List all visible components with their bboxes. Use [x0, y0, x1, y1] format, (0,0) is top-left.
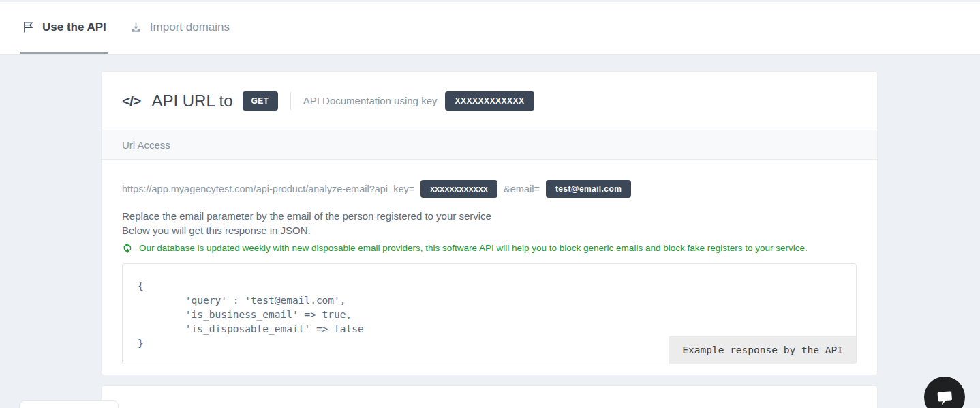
get-method-badge: GET [243, 91, 278, 111]
chat-bubble-icon [934, 386, 955, 408]
url-access-label: Url Access [122, 139, 170, 151]
api-card-content: https://app.myagencytest.com/api-product… [102, 160, 877, 375]
tab-label: Use the API [42, 20, 106, 34]
instruction-line: Replace the email parameter by the email… [122, 209, 857, 223]
refresh-icon [122, 242, 133, 253]
example-response-caption: Example response by the API [669, 336, 856, 364]
api-key-badge: XXXXXXXXXXXX [445, 91, 534, 111]
api-url-base: https://app.myagencytest.com/api-product… [122, 184, 414, 194]
import-icon [129, 20, 142, 33]
email-value-badge: test@email.com [546, 180, 631, 198]
database-notice: Our database is updated weekly with new … [122, 242, 857, 253]
tooltip-stub [19, 400, 119, 408]
flag-icon [22, 20, 35, 33]
header-divider [290, 92, 291, 110]
api-url-row: https://app.myagencytest.com/api-product… [122, 180, 857, 198]
next-section-card [101, 385, 878, 408]
api-card-header: </> API URL to GET API Documentation usi… [102, 72, 877, 130]
code-icon: </> [122, 93, 140, 109]
tab-bar: Use the API Import domains [0, 0, 980, 55]
tab-import-domains[interactable]: Import domains [128, 0, 231, 54]
top-edge-strip [0, 0, 980, 2]
tab-label: Import domains [150, 20, 230, 34]
example-response-box: { 'query' : 'test@email.com', 'is_busine… [122, 263, 857, 364]
api-key-value-badge: xxxxxxxxxxxx [420, 180, 497, 198]
email-param-label: &email= [504, 184, 540, 194]
notice-text: Our database is updated weekly with new … [139, 243, 808, 253]
tab-use-the-api[interactable]: Use the API [20, 0, 108, 54]
url-access-section-header: Url Access [102, 130, 877, 160]
doc-label: API Documentation using key [303, 95, 438, 106]
chat-launcher-button[interactable] [924, 377, 965, 408]
instruction-line: Below you will get this response in JSON… [122, 223, 857, 237]
card-title: API URL to [151, 91, 232, 111]
api-url-card: </> API URL to GET API Documentation usi… [101, 71, 878, 375]
